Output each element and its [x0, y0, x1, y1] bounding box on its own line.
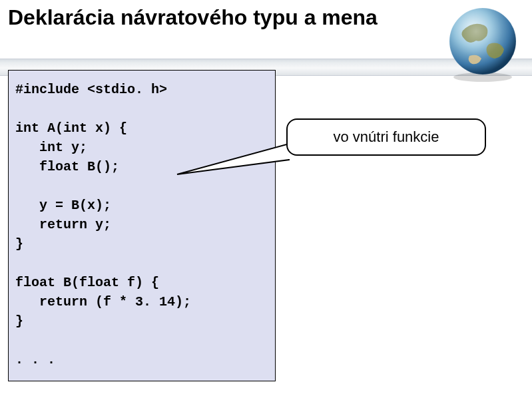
earth-globe-icon — [443, 4, 523, 84]
callout-bubble: vo vnútri funkcie — [286, 118, 486, 156]
callout-pointer-icon — [174, 141, 294, 181]
code-block: #include <stdio. h> int A(int x) { int y… — [8, 70, 276, 381]
svg-marker-4 — [177, 144, 289, 174]
callout-text: vo vnútri funkcie — [334, 128, 439, 146]
svg-point-2 — [449, 8, 516, 75]
slide-title: Deklarácia návratového typu a mena — [0, 0, 413, 33]
